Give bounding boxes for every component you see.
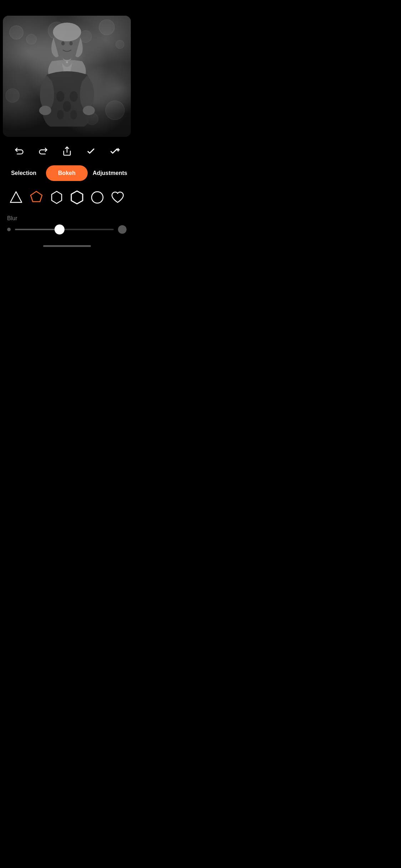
redo-button[interactable] bbox=[35, 143, 51, 159]
status-bar bbox=[0, 0, 134, 16]
tab-selection[interactable]: Selection bbox=[3, 165, 45, 181]
controls-area: Selection Bokeh Adjustments bbox=[0, 137, 134, 248]
svg-point-9 bbox=[83, 106, 95, 115]
svg-marker-18 bbox=[52, 191, 62, 203]
slider-thumb[interactable] bbox=[55, 224, 65, 234]
shape-pentagon-button[interactable] bbox=[27, 188, 46, 207]
toolbar bbox=[0, 137, 134, 165]
slider-fill bbox=[15, 229, 60, 230]
photo-container bbox=[0, 16, 134, 137]
svg-point-3 bbox=[56, 91, 64, 102]
blur-slider-track[interactable] bbox=[15, 229, 114, 230]
svg-point-10 bbox=[61, 41, 65, 45]
shape-hexagon-small-button[interactable] bbox=[47, 188, 66, 207]
share-button[interactable] bbox=[59, 143, 75, 159]
slider-max-indicator bbox=[118, 225, 127, 234]
svg-point-12 bbox=[66, 61, 68, 63]
svg-marker-19 bbox=[71, 191, 83, 204]
tab-bar: Selection Bokeh Adjustments bbox=[0, 165, 134, 185]
svg-point-8 bbox=[39, 106, 51, 115]
photo-frame bbox=[3, 16, 131, 137]
home-indicator bbox=[0, 242, 134, 248]
tab-adjustments[interactable]: Adjustments bbox=[89, 165, 131, 181]
shape-triangle-button[interactable] bbox=[7, 188, 25, 207]
svg-point-5 bbox=[70, 91, 78, 102]
undo-button[interactable] bbox=[11, 143, 27, 159]
tab-bokeh[interactable]: Bokeh bbox=[46, 165, 88, 181]
svg-point-4 bbox=[63, 101, 71, 112]
svg-point-6 bbox=[57, 110, 63, 119]
person-silhouette bbox=[3, 16, 131, 137]
svg-point-7 bbox=[70, 110, 77, 119]
shape-heart-button[interactable] bbox=[108, 188, 127, 207]
svg-point-20 bbox=[92, 192, 103, 203]
confirm-plus-button[interactable] bbox=[107, 143, 123, 159]
slider-container bbox=[7, 225, 127, 234]
confirm-button[interactable] bbox=[83, 143, 99, 159]
shape-circle-button[interactable] bbox=[88, 188, 107, 207]
svg-marker-17 bbox=[31, 191, 42, 202]
svg-point-1 bbox=[53, 22, 81, 41]
shape-selector-row bbox=[0, 185, 134, 212]
slider-min-indicator bbox=[7, 228, 11, 231]
blur-slider-row: Blur bbox=[0, 212, 134, 242]
blur-label: Blur bbox=[7, 215, 127, 222]
svg-marker-16 bbox=[10, 192, 22, 202]
shape-hexagon-large-button[interactable] bbox=[68, 188, 86, 207]
home-bar bbox=[43, 245, 91, 247]
svg-point-11 bbox=[69, 41, 72, 45]
